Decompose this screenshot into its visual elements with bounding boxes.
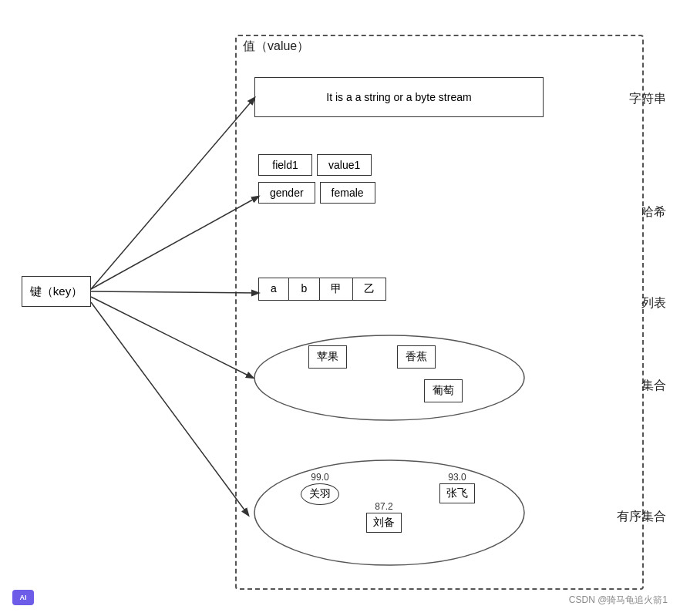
zset-ellipse-container: 99.0 关羽 87.2 刘备 93.0 张飞 bbox=[247, 455, 532, 571]
zset-item-liubei: 87.2 刘备 bbox=[366, 501, 402, 533]
label-hash: 哈希 bbox=[641, 204, 666, 220]
watermark: CSDN @骑马龟追火箭1 bbox=[569, 594, 668, 607]
zset-item-zhangfei: 93.0 张飞 bbox=[439, 472, 475, 503]
list-cell-a: a bbox=[258, 278, 289, 301]
hash-cell-field1: field1 bbox=[258, 154, 312, 176]
hash-cell-female: female bbox=[320, 182, 375, 204]
set-item-banana: 香蕉 bbox=[397, 345, 436, 369]
ai-badge: AI bbox=[12, 590, 34, 605]
svg-line-3 bbox=[91, 197, 258, 289]
main-container: 值（value） 键（key） It is a a string or a by… bbox=[0, 0, 680, 616]
zset-item-guanyu: 99.0 关羽 bbox=[301, 472, 339, 505]
label-list: 列表 bbox=[641, 295, 666, 311]
list-cell-jia: 甲 bbox=[320, 278, 353, 301]
label-set: 集合 bbox=[641, 378, 666, 394]
label-string: 字符串 bbox=[629, 91, 666, 107]
zset-score-zhangfei: 93.0 bbox=[439, 472, 475, 483]
string-value-text: It is a a string or a byte stream bbox=[326, 91, 471, 103]
svg-point-0 bbox=[254, 335, 524, 420]
set-ellipse-svg bbox=[247, 332, 532, 424]
hash-cell-value1: value1 bbox=[317, 154, 372, 176]
list-area: a b 甲 乙 bbox=[258, 278, 386, 301]
hash-row-1: field1 value1 bbox=[258, 154, 375, 176]
zset-name-zhangfei: 张飞 bbox=[439, 483, 475, 503]
svg-line-2 bbox=[91, 98, 254, 289]
list-cell-yi: 乙 bbox=[353, 278, 386, 301]
hash-area: field1 value1 gender female bbox=[258, 154, 375, 210]
zset-name-liubei: 刘备 bbox=[366, 513, 402, 533]
zset-name-guanyu: 关羽 bbox=[301, 483, 339, 505]
set-item-grape: 葡萄 bbox=[424, 379, 463, 402]
svg-line-6 bbox=[91, 302, 248, 515]
hash-row-2: gender female bbox=[258, 182, 375, 204]
list-cell-b: b bbox=[289, 278, 320, 301]
zset-score-guanyu: 99.0 bbox=[301, 472, 339, 483]
key-label: 键（key） bbox=[30, 284, 82, 299]
set-item-apple: 苹果 bbox=[308, 345, 347, 369]
hash-cell-gender: gender bbox=[258, 182, 315, 204]
label-zset: 有序集合 bbox=[617, 509, 666, 525]
set-ellipse-container: 苹果 香蕉 葡萄 bbox=[247, 332, 532, 424]
svg-line-4 bbox=[91, 291, 258, 293]
svg-line-5 bbox=[91, 297, 253, 378]
string-value-box: It is a a string or a byte stream bbox=[254, 77, 544, 117]
value-area-label: 值（value） bbox=[243, 39, 309, 55]
zset-score-liubei: 87.2 bbox=[366, 501, 402, 512]
key-box: 键（key） bbox=[22, 276, 91, 307]
